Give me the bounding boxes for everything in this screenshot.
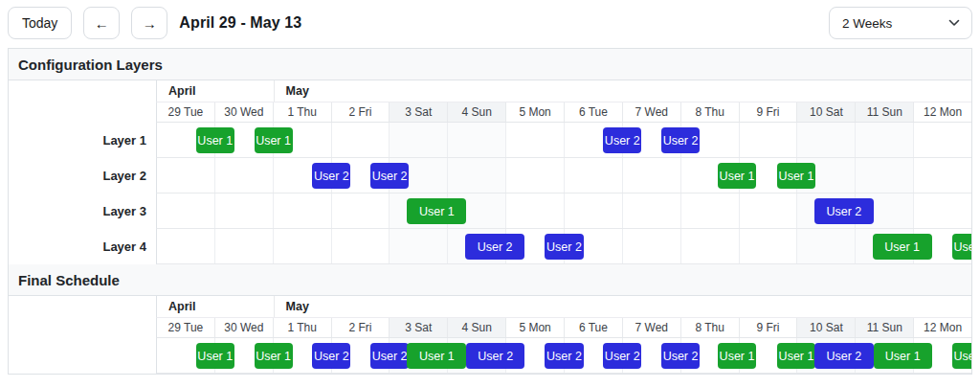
shift-badge[interactable]: User 2 <box>661 127 700 153</box>
day-header: 1 Thu <box>273 102 331 122</box>
day-header: 4 Sun <box>447 318 505 337</box>
day-header: 8 Thu <box>680 102 739 122</box>
day-cell <box>331 123 390 157</box>
day-cell <box>214 194 273 228</box>
shift-badge[interactable]: User 1 <box>952 343 971 369</box>
date-range-title: April 29 - May 13 <box>179 14 301 32</box>
section-final-schedule: Final ScheduleAprilMay29 Tue30 Wed1 Thu2… <box>9 264 971 374</box>
days-timeline: 29 Tue30 Wed1 Thu2 Fri3 Sat4 Sun5 Mon6 T… <box>156 102 971 123</box>
month-header: April <box>157 296 274 317</box>
shift-badge[interactable]: User 2 <box>370 163 409 189</box>
today-button[interactable]: Today <box>8 7 72 39</box>
day-header: 11 Sun <box>855 102 913 122</box>
section-configuration-layers: Configuration LayersAprilMay29 Tue30 Wed… <box>9 49 971 264</box>
shift-badge[interactable]: User 1 <box>777 343 815 369</box>
day-cell <box>157 229 214 263</box>
day-cell <box>447 158 505 193</box>
day-cell <box>622 194 680 228</box>
day-cell <box>447 123 505 157</box>
month-label: April <box>168 300 195 313</box>
month-label: April <box>168 84 195 98</box>
days-row: 29 Tue30 Wed1 Thu2 Fri3 Sat4 Sun5 Mon6 T… <box>9 318 971 338</box>
day-cell <box>913 123 971 157</box>
row-timeline: User 1User 2 <box>156 194 971 229</box>
chevron-down-icon <box>948 19 960 27</box>
shift-badge[interactable]: User 2 <box>603 343 641 369</box>
row-timeline: User 2User 2User 1User 1 <box>156 158 971 194</box>
schedule-row: Layer 1User 1User 1User 2User 2 <box>9 123 971 158</box>
shift-badge[interactable]: User 1 <box>196 127 234 153</box>
arrow-right-icon: → <box>143 15 157 32</box>
day-cell <box>214 229 273 263</box>
day-cell <box>855 123 913 157</box>
day-header: 6 Tue <box>564 318 622 337</box>
row-label: Layer 2 <box>9 158 156 194</box>
day-header: 1 Thu <box>273 318 331 337</box>
day-header: 4 Sun <box>447 102 505 122</box>
day-cell <box>796 123 855 157</box>
shift-badge[interactable]: User 2 <box>312 343 350 369</box>
shift-badge[interactable]: User 2 <box>661 343 700 369</box>
shift-badge[interactable]: User 2 <box>370 343 409 369</box>
month-label: May <box>286 300 309 313</box>
day-cell <box>505 194 564 228</box>
row-timeline: User 2User 2User 1User 1 <box>156 229 971 264</box>
shift-badge[interactable]: User 2 <box>466 343 524 369</box>
day-header: 29 Tue <box>157 102 214 122</box>
shift-badge[interactable]: User 1 <box>255 127 293 153</box>
label-column-spacer <box>9 296 156 318</box>
section-title: Final Schedule <box>9 264 971 296</box>
day-cell <box>855 158 913 193</box>
day-header: 2 Fri <box>331 318 390 337</box>
day-cell <box>157 158 214 193</box>
shift-badge[interactable]: User 1 <box>952 234 971 260</box>
day-cell <box>680 229 739 263</box>
shift-badge[interactable]: User 2 <box>814 343 874 369</box>
months-timeline: AprilMay <box>156 296 971 318</box>
period-select[interactable]: 2 Weeks <box>829 7 972 39</box>
toolbar: Today ← → April 29 - May 13 2 Weeks <box>0 0 980 45</box>
shift-badge[interactable]: User 2 <box>312 163 350 189</box>
day-cell <box>331 194 390 228</box>
shift-badge[interactable]: User 2 <box>545 343 583 369</box>
row-label: Layer 3 <box>9 194 156 229</box>
schedule-row: User 1User 1User 2User 2User 1User 2User… <box>9 338 971 374</box>
label-column-spacer <box>9 102 156 123</box>
arrow-left-icon: ← <box>95 15 109 32</box>
schedule-row: Layer 2User 2User 2User 1User 1 <box>9 158 971 194</box>
months-timeline: AprilMay <box>156 80 971 102</box>
shift-badge[interactable]: User 1 <box>873 234 932 260</box>
day-header: 30 Wed <box>214 102 273 122</box>
shift-badge[interactable]: User 2 <box>545 234 583 260</box>
days-timeline: 29 Tue30 Wed1 Thu2 Fri3 Sat4 Sun5 Mon6 T… <box>156 318 971 338</box>
row-label: Layer 4 <box>9 229 156 264</box>
shift-badge[interactable]: User 1 <box>255 343 293 369</box>
shift-badge[interactable]: User 1 <box>196 343 234 369</box>
day-header: 12 Mon <box>913 318 971 337</box>
day-header: 5 Mon <box>505 318 564 337</box>
day-header: 29 Tue <box>157 318 214 337</box>
day-header: 6 Tue <box>564 102 622 122</box>
day-cell <box>564 194 622 228</box>
shift-badge[interactable]: User 2 <box>603 127 641 153</box>
day-cell <box>564 158 622 193</box>
shift-badge[interactable]: User 1 <box>874 343 932 369</box>
shift-badge[interactable]: User 1 <box>777 163 815 189</box>
shift-badge[interactable]: User 1 <box>718 163 756 189</box>
month-header: April <box>157 80 274 102</box>
next-period-button[interactable]: → <box>131 7 167 39</box>
shift-badge[interactable]: User 1 <box>407 343 466 369</box>
months-row: AprilMay <box>9 296 971 318</box>
row-label <box>9 338 156 374</box>
label-column-spacer <box>9 318 156 338</box>
shift-badge[interactable]: User 2 <box>814 198 874 224</box>
day-cell <box>796 229 855 263</box>
shift-badge[interactable]: User 1 <box>718 343 756 369</box>
day-cell <box>389 229 447 263</box>
prev-period-button[interactable]: ← <box>83 7 120 39</box>
day-header: 7 Wed <box>622 318 680 337</box>
shift-badge[interactable]: User 2 <box>465 234 524 260</box>
days-row: 29 Tue30 Wed1 Thu2 Fri3 Sat4 Sun5 Mon6 T… <box>9 102 971 123</box>
shift-badge[interactable]: User 1 <box>407 198 466 224</box>
day-header: 5 Mon <box>505 102 564 122</box>
